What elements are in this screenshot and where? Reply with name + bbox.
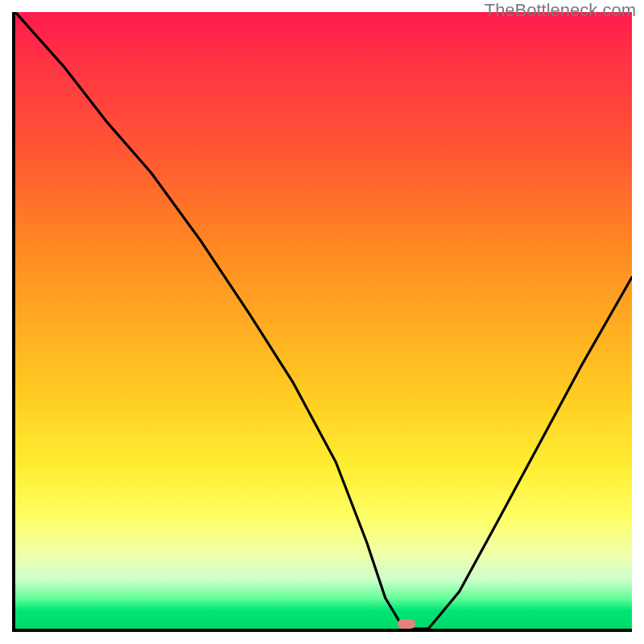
optimal-marker xyxy=(398,619,415,629)
chart-container: TheBottleneck.com xyxy=(0,0,644,644)
plot-area xyxy=(12,12,632,632)
bottleneck-curve xyxy=(15,12,632,629)
watermark-text: TheBottleneck.com xyxy=(485,0,636,21)
